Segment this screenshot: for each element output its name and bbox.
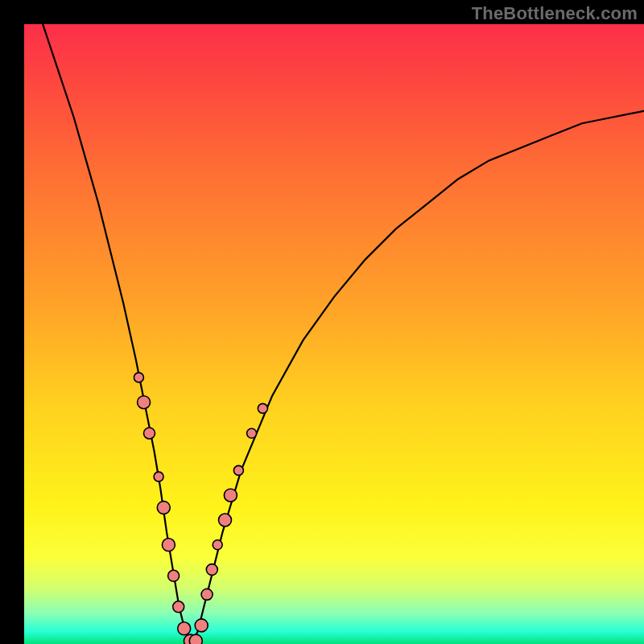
data-point xyxy=(213,540,222,550)
data-point xyxy=(154,472,163,481)
data-point xyxy=(219,514,232,526)
bottleneck-curve xyxy=(43,24,644,644)
data-point xyxy=(157,502,170,514)
data-point xyxy=(162,539,175,551)
curve-svg xyxy=(24,24,644,644)
data-point xyxy=(134,373,143,382)
plot-area xyxy=(24,24,644,644)
data-point xyxy=(247,428,257,438)
data-point xyxy=(178,622,191,635)
watermark-text: TheBottleneck.com xyxy=(472,3,638,24)
data-point xyxy=(258,403,267,413)
chart-frame: TheBottleneck.com xyxy=(0,0,644,644)
data-point xyxy=(173,601,184,613)
data-point xyxy=(168,570,180,581)
data-point xyxy=(144,427,155,439)
data-point xyxy=(195,619,208,632)
data-point xyxy=(233,465,243,475)
data-markers xyxy=(134,373,267,644)
data-point xyxy=(224,489,237,502)
data-point xyxy=(189,634,202,644)
data-point xyxy=(201,588,213,600)
data-point xyxy=(138,396,151,409)
data-point xyxy=(206,564,217,576)
